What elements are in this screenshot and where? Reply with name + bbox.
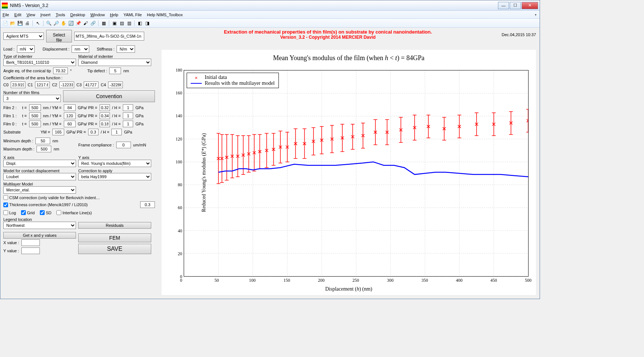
indenter-type-select[interactable]: Berk_TB10161_110210 — [3, 59, 76, 66]
link-icon[interactable]: 🔗 — [90, 20, 96, 27]
load-label: Load : — [3, 47, 15, 51]
save-button[interactable]: SAVE — [78, 244, 151, 254]
c2-input[interactable] — [59, 82, 74, 88]
csm-check[interactable]: CSM correction (only valide for Berkovic… — [3, 195, 100, 200]
print-icon[interactable]: 🖨 — [24, 20, 31, 27]
legend-icon[interactable]: ▣ — [111, 20, 118, 27]
c3-input[interactable] — [84, 82, 98, 88]
device-select[interactable]: Agilent MTS — [3, 32, 44, 40]
rotate-icon[interactable]: 🔄 — [67, 20, 74, 27]
nfilms-select[interactable]: 3 — [3, 95, 61, 102]
thick-check[interactable]: Thickness correction (Mencik1997 / Li201… — [3, 202, 88, 207]
residuals-button[interactable]: Residuals — [78, 222, 151, 229]
interface-check[interactable]: Interface Line(s) — [56, 210, 91, 215]
film2-pr[interactable] — [100, 104, 110, 111]
undock-icon[interactable]: ◨ — [144, 20, 150, 27]
indenter-mat-select[interactable]: Diamond — [78, 59, 151, 66]
menu-edit[interactable]: Edit — [14, 13, 21, 17]
max-depth-input[interactable] — [37, 146, 51, 152]
corr-select[interactable]: beta Hay1999 — [78, 173, 151, 180]
c1-input[interactable] — [35, 82, 50, 88]
legend-select[interactable]: Northwest — [3, 222, 76, 229]
angle-label: Angle eq. of the conical tip — [3, 69, 51, 73]
brush-icon[interactable]: 🖌 — [82, 20, 89, 27]
menu-file[interactable]: File — [3, 13, 9, 17]
film2-h[interactable] — [123, 104, 133, 111]
film0-h[interactable] — [123, 121, 133, 127]
angle-input[interactable] — [53, 67, 68, 74]
grid-check[interactable]: Grid — [21, 210, 35, 215]
open-icon[interactable]: 📂 — [9, 20, 16, 27]
stiff-unit-select[interactable]: N/m — [117, 45, 135, 53]
min-depth-input[interactable] — [35, 138, 50, 144]
film1-pr[interactable] — [100, 112, 110, 119]
menu-window[interactable]: Window — [90, 13, 105, 17]
sd-check[interactable]: SD — [40, 210, 51, 215]
datacursor-icon[interactable]: 📌 — [75, 20, 82, 27]
frame-input[interactable] — [116, 142, 131, 148]
sub-ym[interactable] — [52, 129, 64, 135]
film1-t[interactable] — [29, 112, 41, 119]
film2-t[interactable] — [29, 104, 41, 111]
menu-yaml[interactable]: YAML File — [124, 13, 142, 17]
tip-defect-unit: nm — [123, 69, 129, 73]
menu-nims-help[interactable]: Help NIMS_Toolbox — [147, 13, 183, 17]
select-file-button[interactable]: Select file — [46, 30, 72, 42]
film0-ym[interactable] — [64, 121, 76, 127]
xaxis-select[interactable]: Displ. — [3, 160, 76, 167]
thick-val-input[interactable] — [140, 201, 155, 208]
filename-input[interactable] — [74, 32, 144, 41]
ml-select[interactable]: Mercier_etal. — [3, 186, 76, 194]
getxy-button[interactable]: Get x and y values — [3, 232, 76, 239]
save-icon[interactable]: 💾 — [17, 20, 23, 27]
sub-h[interactable] — [111, 129, 122, 135]
close-button[interactable]: ✕ — [522, 2, 538, 9]
film2-ym[interactable] — [64, 104, 76, 111]
menu-expand-icon[interactable]: ▾ — [535, 13, 537, 17]
film1-ym[interactable] — [64, 112, 76, 119]
film0-t[interactable] — [29, 121, 41, 127]
zoom-in-icon[interactable]: 🔍 — [45, 20, 52, 27]
colorbar-icon[interactable]: ▦ — [100, 20, 107, 27]
yval-input[interactable] — [21, 247, 40, 254]
pointer-icon[interactable]: ↖ — [35, 20, 41, 27]
c0-input[interactable] — [11, 82, 25, 88]
zoom-out-icon[interactable]: 🔎 — [53, 20, 59, 27]
log-check[interactable]: Log — [3, 210, 16, 215]
menu-desktop[interactable]: Desktop — [70, 13, 85, 17]
indenter-mat-label: Material of indenter — [78, 54, 151, 59]
film0-pr[interactable] — [100, 121, 110, 127]
convention-button[interactable]: Convention — [63, 90, 155, 102]
annotation-icon[interactable]: ▤ — [118, 20, 125, 27]
menu-view[interactable]: View — [27, 13, 35, 17]
left-panel: Agilent MTS Select file Load : mN Displa… — [0, 28, 158, 299]
menu-tools[interactable]: Tools — [56, 13, 65, 17]
disp-unit-select[interactable]: nm — [72, 45, 89, 53]
film1-h[interactable] — [123, 112, 133, 119]
stiff-label: Stiffness : — [97, 47, 114, 51]
menu-insert[interactable]: Insert — [40, 13, 51, 17]
substrate-row: Substrate YM = GPa/ PR = / H = GPa — [3, 129, 155, 135]
chart-xlabel: Displacement (h) (nm) — [325, 286, 373, 292]
xval-input[interactable] — [21, 239, 40, 246]
c4-input[interactable] — [108, 82, 123, 88]
disp-label: Displacement : — [43, 47, 70, 51]
fem-button[interactable]: FEM — [78, 233, 151, 242]
window-title: NIMS - Version_3.2 — [10, 3, 498, 8]
sub-pr[interactable] — [88, 129, 98, 135]
pan-icon[interactable]: ✋ — [60, 20, 67, 27]
dock-icon[interactable]: ◧ — [136, 20, 143, 27]
menu-help[interactable]: Help — [110, 13, 118, 17]
tip-defect-input[interactable] — [109, 67, 121, 74]
plot-area — [184, 70, 529, 277]
maximize-button[interactable]: ☐ — [510, 2, 521, 9]
minimize-button[interactable]: — — [498, 2, 509, 9]
titlebar: NIMS - Version_3.2 — ☐ ✕ — [0, 0, 540, 11]
yaxis-select[interactable]: Red. Young's modulus(film) — [78, 160, 151, 167]
timestamp: Dec.04,2015 10:37 — [494, 32, 536, 37]
new-icon[interactable]: 📄 — [2, 20, 8, 27]
model-select[interactable]: Loubet — [3, 173, 76, 180]
layout-icon[interactable]: ▥ — [126, 20, 132, 27]
angle-unit: ° — [70, 69, 72, 73]
load-unit-select[interactable]: mN — [17, 45, 35, 53]
